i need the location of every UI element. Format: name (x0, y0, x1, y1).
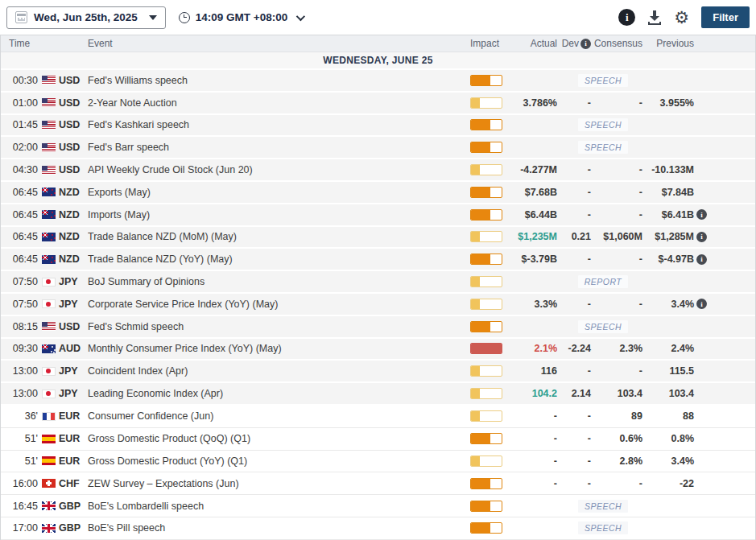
event-name[interactable]: BoE's Pill speech (88, 522, 470, 534)
impact-indicator (470, 433, 512, 444)
event-name[interactable]: Fed's Williams speech (88, 75, 470, 86)
event-name[interactable]: Gross Domestic Product (QoQ) (Q1) (88, 433, 470, 444)
event-name[interactable]: BoJ Summary of Opinions (88, 276, 470, 287)
event-name[interactable]: Imports (May) (88, 209, 470, 221)
event-row[interactable]: 13:00 JPY Leading Economic Index (Apr) 1… (1, 383, 755, 406)
download-icon[interactable] (647, 10, 663, 26)
deviation-value: - (557, 455, 591, 467)
event-row[interactable]: 13:00 JPY Coincident Index (Apr) 116 - -… (1, 361, 755, 383)
previous-value: 88 (642, 410, 694, 422)
event-row[interactable]: 17:00 GBP BoE's Pill speech SPEECH (1, 517, 755, 540)
event-time: 08:15 (1, 321, 38, 332)
event-name[interactable]: Fed's Barr speech (88, 142, 470, 153)
event-name[interactable]: Trade Balance NZD (MoM) (May) (88, 231, 470, 242)
date-picker[interactable]: Wed, Jun 25th, 2025 (6, 6, 166, 29)
event-row[interactable]: 16:00 CHF ZEW Survey – Expectations (Jun… (1, 472, 755, 495)
event-row[interactable]: 07:50 JPY BoJ Summary of Opinions REPORT (1, 271, 755, 294)
consensus-value: 0.6% (591, 433, 642, 444)
event-time: 04:30 (1, 164, 38, 175)
impact-indicator (470, 321, 512, 332)
event-row[interactable]: 02:00 USD Fed's Barr speech SPEECH (1, 137, 755, 159)
event-name[interactable]: 2-Year Note Auction (88, 97, 470, 109)
event-row[interactable]: 09:30 AUD Monthly Consumer Price Index (… (1, 339, 755, 361)
event-row[interactable]: 51' EUR Gross Domestic Product (QoQ) (Q1… (1, 428, 755, 451)
event-row[interactable]: 06:45 NZD Trade Balance NZD (MoM) (May) … (1, 227, 755, 249)
event-name[interactable]: Coincident Index (Apr) (88, 365, 470, 377)
event-name[interactable]: BoE's Lombardelli speech (88, 501, 470, 512)
event-name[interactable]: Monthly Consumer Price Index (YoY) (May) (88, 343, 470, 354)
col-dev: Devi (557, 38, 591, 49)
actual-value: $7.68B (512, 187, 557, 198)
event-time: 17:00 (1, 522, 38, 534)
event-name[interactable]: Fed's Kashkari speech (88, 119, 470, 130)
impact-indicator (470, 119, 512, 130)
event-name[interactable]: Exports (May) (88, 187, 470, 198)
filter-button[interactable]: Filter (701, 6, 750, 28)
event-row[interactable]: 00:30 USD Fed's Williams speech SPEECH (1, 70, 755, 93)
event-name[interactable]: Leading Economic Index (Apr) (88, 388, 470, 399)
consensus-value: 89 (591, 410, 642, 422)
deviation-value: - (557, 433, 591, 444)
previous-info-icon[interactable]: i (694, 254, 710, 265)
deviation-value: - (557, 187, 591, 198)
event-name[interactable]: ZEW Survey – Expectations (Jun) (88, 478, 470, 489)
event-row[interactable]: 36' EUR Consumer Confidence (Jun) - - 89… (1, 406, 755, 428)
event-row[interactable]: 06:45 NZD Trade Balance NZD (YoY) (May) … (1, 249, 755, 271)
actual-value: $1,235M (512, 231, 557, 242)
event-row[interactable]: 16:45 GBP BoE's Lombardelli speech SPEEC… (1, 495, 755, 517)
consensus-value: - (591, 478, 642, 489)
event-time: 07:50 (1, 299, 38, 310)
previous-value: $-4.97B (642, 254, 694, 265)
info-icon[interactable]: i (618, 9, 635, 26)
previous-info-icon[interactable]: i (694, 299, 710, 309)
event-name[interactable]: Fed's Schmid speech (88, 321, 470, 332)
timezone-selector[interactable]: 14:09 GMT +08:00 (179, 11, 303, 23)
event-time: 06:45 (1, 231, 38, 242)
impact-indicator (470, 410, 512, 422)
deviation-value: - (557, 410, 591, 422)
dev-info-icon[interactable]: i (580, 39, 591, 49)
event-row[interactable]: 07:50 JPY Corporate Service Price Index … (1, 294, 755, 316)
event-row[interactable]: 06:45 NZD Exports (May) $7.68B - - $7.84… (1, 182, 755, 204)
calendar-icon (15, 11, 27, 23)
country-flag-icon (38, 367, 59, 376)
event-row[interactable]: 51' EUR Gross Domestic Product (YoY) (Q1… (1, 451, 755, 473)
currency-code: JPY (59, 276, 88, 287)
currency-code: JPY (59, 365, 88, 377)
gear-icon[interactable]: ⚙ (674, 10, 690, 26)
country-flag-icon (38, 188, 59, 196)
impact-indicator (470, 343, 512, 354)
country-flag-icon (38, 278, 59, 286)
currency-code: USD (59, 321, 88, 332)
deviation-value: -2.24 (557, 343, 591, 354)
impact-indicator (470, 299, 512, 310)
previous-info-icon[interactable]: i (694, 232, 710, 242)
deviation-value: - (557, 365, 591, 377)
col-impact: Impact (470, 38, 512, 49)
previous-value: 3.4% (642, 455, 694, 467)
consensus-value: 2.3% (591, 343, 642, 354)
event-row[interactable]: 04:30 USD API Weekly Crude Oil Stock (Ju… (1, 159, 755, 182)
deviation-value: - (557, 254, 591, 265)
previous-info-icon[interactable]: i (694, 209, 710, 220)
event-time: 36' (1, 410, 38, 422)
previous-value: 2.4% (642, 343, 694, 354)
event-time: 07:50 (1, 276, 38, 287)
currency-code: GBP (59, 501, 88, 512)
event-row[interactable]: 06:45 NZD Imports (May) $6.44B - - $6.41… (1, 204, 755, 227)
actual-value: -4.277M (512, 164, 557, 175)
event-row[interactable]: 01:45 USD Fed's Kashkari speech SPEECH (1, 115, 755, 138)
event-name[interactable]: Consumer Confidence (Jun) (88, 410, 470, 422)
event-row[interactable]: 01:00 USD 2-Year Note Auction 3.786% - -… (1, 93, 755, 115)
event-time: 06:45 (1, 209, 38, 221)
event-row[interactable]: 08:15 USD Fed's Schmid speech SPEECH (1, 316, 755, 339)
consensus-value: 2.8% (591, 455, 642, 467)
country-flag-icon (38, 390, 59, 398)
impact-indicator (470, 388, 512, 399)
event-name[interactable]: Trade Balance NZD (YoY) (May) (88, 254, 470, 265)
event-name[interactable]: Corporate Service Price Index (YoY) (May… (88, 299, 470, 310)
event-name[interactable]: API Weekly Crude Oil Stock (Jun 20) (88, 164, 470, 175)
event-type-badge: SPEECH (578, 74, 628, 87)
event-name[interactable]: Gross Domestic Product (YoY) (Q1) (88, 455, 470, 467)
consensus-value: - (591, 299, 642, 310)
